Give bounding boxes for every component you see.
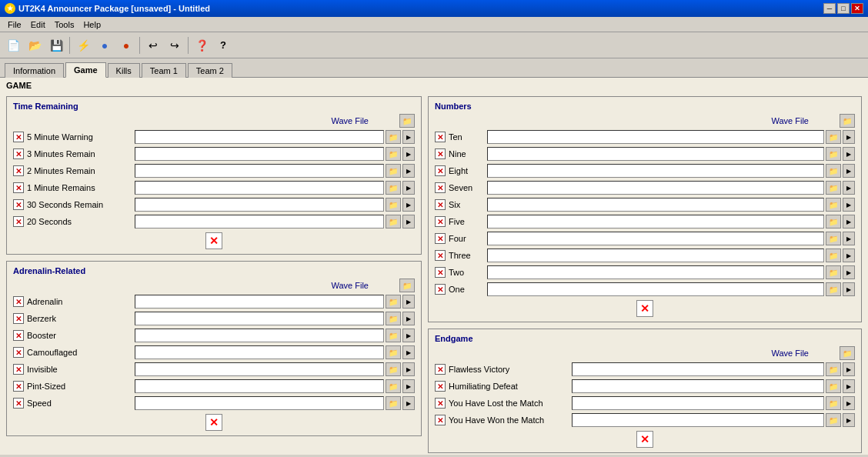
open-ten[interactable]: 📁 (826, 130, 841, 144)
play-3min[interactable]: ▶ (402, 147, 415, 161)
checkbox-won[interactable]: ✕ (435, 415, 446, 425)
checkbox-one[interactable]: ✕ (435, 284, 446, 295)
checkbox-camouflaged[interactable]: ✕ (13, 347, 24, 358)
play-5min[interactable]: ▶ (402, 130, 415, 144)
input-four[interactable] (487, 232, 824, 245)
adr-wave-header-icon[interactable]: 📁 (399, 279, 415, 292)
checkbox-lost[interactable]: ✕ (435, 398, 446, 409)
checkbox-1min[interactable]: ✕ (13, 182, 24, 193)
input-20sec[interactable] (135, 215, 384, 228)
open-camouflaged[interactable]: 📁 (386, 345, 401, 359)
checkbox-pint-sized[interactable]: ✕ (13, 381, 24, 392)
checkbox-four[interactable]: ✕ (435, 233, 446, 244)
help-button-2[interactable]: ? (213, 35, 233, 55)
minimize-button[interactable]: ─ (823, 3, 836, 14)
end-clear-button[interactable]: ✕ (636, 431, 653, 448)
new-button[interactable]: 📄 (3, 35, 23, 55)
open-1min[interactable]: 📁 (386, 181, 401, 195)
play-seven[interactable]: ▶ (843, 181, 855, 195)
input-flawless[interactable] (572, 362, 824, 376)
maximize-button[interactable]: □ (837, 3, 850, 14)
play-six[interactable]: ▶ (843, 198, 855, 212)
input-seven[interactable] (487, 181, 824, 195)
end-wave-header-icon[interactable]: 📁 (840, 346, 855, 360)
tab-kills[interactable]: Kills (108, 63, 140, 78)
open-two[interactable]: 📁 (826, 265, 841, 279)
checkbox-3min[interactable]: ✕ (13, 148, 24, 159)
menu-help[interactable]: Help (78, 18, 105, 31)
checkbox-30sec[interactable]: ✕ (13, 199, 24, 210)
open-won[interactable]: 📁 (826, 413, 841, 427)
open-pint-sized[interactable]: 📁 (386, 379, 401, 393)
open-button[interactable]: 📂 (25, 35, 45, 55)
tab-game[interactable]: Game (65, 62, 106, 78)
open-eight[interactable]: 📁 (826, 164, 841, 178)
play-camouflaged[interactable]: ▶ (402, 345, 415, 359)
num-clear-button[interactable]: ✕ (636, 300, 653, 317)
menu-edit[interactable]: Edit (26, 18, 50, 31)
open-20sec[interactable]: 📁 (386, 215, 401, 228)
play-2min[interactable]: ▶ (402, 164, 415, 178)
input-humiliating[interactable] (572, 379, 824, 393)
checkbox-five[interactable]: ✕ (435, 216, 446, 227)
play-berzerk[interactable]: ▶ (402, 312, 415, 325)
checkbox-20sec[interactable]: ✕ (13, 216, 24, 227)
open-5min[interactable]: 📁 (386, 130, 401, 144)
input-five[interactable] (487, 215, 824, 228)
play-two[interactable]: ▶ (843, 265, 855, 279)
open-four[interactable]: 📁 (826, 232, 841, 245)
open-lost[interactable]: 📁 (826, 396, 841, 410)
input-5min[interactable] (135, 130, 384, 144)
checkbox-booster[interactable]: ✕ (13, 330, 24, 341)
tool-btn-6[interactable]: ● (116, 35, 136, 55)
input-booster[interactable] (135, 329, 384, 342)
adr-clear-button[interactable]: ✕ (205, 414, 222, 431)
open-seven[interactable]: 📁 (826, 181, 841, 195)
input-1min[interactable] (135, 181, 384, 195)
redo-button[interactable]: ↪ (165, 35, 185, 55)
save-button[interactable]: 💾 (46, 35, 66, 55)
checkbox-speed[interactable]: ✕ (13, 398, 24, 409)
play-five[interactable]: ▶ (843, 215, 855, 228)
play-lost[interactable]: ▶ (843, 396, 855, 410)
input-two[interactable] (487, 265, 824, 279)
input-ten[interactable] (487, 130, 824, 144)
play-ten[interactable]: ▶ (843, 130, 855, 144)
time-wave-header-icon[interactable]: 📁 (399, 114, 415, 128)
play-eight[interactable]: ▶ (843, 164, 855, 178)
open-nine[interactable]: 📁 (826, 147, 841, 161)
play-adrenalin[interactable]: ▶ (402, 295, 415, 309)
play-1min[interactable]: ▶ (402, 181, 415, 195)
play-invisible[interactable]: ▶ (402, 362, 415, 376)
play-nine[interactable]: ▶ (843, 147, 855, 161)
checkbox-ten[interactable]: ✕ (435, 132, 446, 142)
input-camouflaged[interactable] (135, 345, 384, 359)
input-3min[interactable] (135, 147, 384, 161)
checkbox-nine[interactable]: ✕ (435, 148, 446, 159)
open-five[interactable]: 📁 (826, 215, 841, 228)
time-clear-button[interactable]: ✕ (205, 232, 222, 249)
input-adrenalin[interactable] (135, 295, 384, 309)
open-speed[interactable]: 📁 (386, 396, 401, 410)
input-six[interactable] (487, 198, 824, 212)
tab-team2[interactable]: Team 2 (188, 63, 232, 78)
play-30sec[interactable]: ▶ (402, 198, 415, 212)
open-booster[interactable]: 📁 (386, 329, 401, 342)
menu-tools[interactable]: Tools (50, 18, 79, 31)
open-3min[interactable]: 📁 (386, 147, 401, 161)
help-button-1[interactable]: ❓ (192, 35, 212, 55)
open-one[interactable]: 📁 (826, 282, 841, 296)
input-eight[interactable] (487, 164, 824, 178)
checkbox-six[interactable]: ✕ (435, 199, 446, 210)
open-six[interactable]: 📁 (826, 198, 841, 212)
close-button[interactable]: ✕ (851, 3, 863, 14)
checkbox-2min[interactable]: ✕ (13, 165, 24, 176)
checkbox-5min[interactable]: ✕ (13, 132, 24, 142)
play-three[interactable]: ▶ (843, 249, 855, 262)
input-speed[interactable] (135, 396, 384, 410)
input-invisible[interactable] (135, 362, 384, 376)
play-pint-sized[interactable]: ▶ (402, 379, 415, 393)
play-speed[interactable]: ▶ (402, 396, 415, 410)
checkbox-three[interactable]: ✕ (435, 250, 446, 261)
input-won[interactable] (572, 413, 824, 427)
